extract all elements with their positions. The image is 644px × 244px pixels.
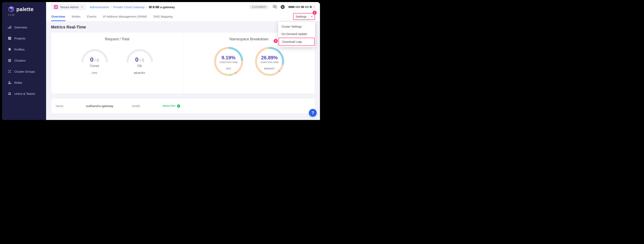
svg-rect-8 (8, 59, 11, 60)
svg-point-18 (8, 92, 10, 94)
svg-point-15 (8, 81, 10, 82)
sidebar-item-profiles[interactable]: Profiles (2, 44, 46, 55)
sidebar-item-clusters[interactable]: Clusters (2, 55, 46, 66)
menu-item-download-logs[interactable]: 2 Download Logs (278, 38, 315, 46)
tab-ipam[interactable]: IP Address Management (IPAM) (102, 12, 147, 21)
donut-mem-sub: Used from total (260, 61, 278, 64)
tab-dns[interactable]: DNS Mapping (153, 12, 173, 21)
svg-rect-21 (56, 6, 56, 8)
breadcrumb-pcg[interactable]: Private Cloud Gateway (113, 5, 144, 9)
user-menu[interactable] (288, 6, 315, 8)
health-check-icon: ✓ (177, 104, 180, 108)
annotation-1: 1 (312, 11, 317, 15)
menu-item-on-demand-update[interactable]: On-Demand Update (278, 30, 315, 38)
chevron-down-icon (312, 6, 315, 8)
details-card: Name sudhanshu-gateway Health HEALTHY ✓ (51, 98, 315, 114)
namespace-breakdown-title: Namespace Breakdown (230, 37, 268, 41)
svg-point-19 (10, 92, 11, 94)
sidebar-item-label: Profiles (14, 48, 24, 51)
gauge-cpu-value: 0 (90, 56, 94, 63)
gauge-mem-total: / 0 (140, 58, 144, 62)
breadcrumb-administration[interactable]: Administration (90, 5, 109, 9)
sidebar-item-label: Users & Teams (14, 92, 35, 95)
overview-icon (8, 25, 12, 29)
donut-cpu: 9.19% Used from total CPU (212, 45, 245, 78)
tab-nodes[interactable]: Nodes (71, 12, 81, 21)
svg-rect-4 (9, 38, 10, 38)
sidebar-item-overview[interactable]: Overview (2, 22, 46, 33)
annotation-2: 2 (274, 39, 278, 43)
settings-dropdown-button[interactable]: Settings (293, 13, 315, 20)
metrics-request-total: Request / Total 0 / 0 Cores CPU (51, 32, 183, 94)
brand-logo: palette (2, 6, 46, 13)
clusters-icon (8, 58, 12, 62)
svg-rect-9 (8, 60, 11, 61)
detail-health-val: HEALTHY ✓ (163, 104, 180, 108)
gauge-cpu-total: / 0 (94, 58, 99, 62)
topbar: Tenant Admin Administration / Private Cl… (46, 2, 320, 12)
usage-pill[interactable]: 0.12/100kCh (249, 5, 269, 9)
roles-icon (8, 81, 12, 84)
svg-point-6 (8, 49, 11, 50)
tab-events[interactable]: Events (87, 12, 97, 21)
gauge-cpu-unit: Cores (90, 64, 99, 68)
cluster-groups-icon (8, 70, 12, 73)
tabbar: Overview Nodes Events IP Address Managem… (46, 12, 320, 21)
sidebar-item-label: Roles (14, 81, 22, 84)
svg-rect-17 (10, 83, 11, 83)
app-version: 3.4.96 (2, 13, 46, 16)
tenant-dropdown[interactable]: Tenant Admin (51, 4, 86, 10)
settings-menu: Cluster Settings On-Demand Update 2 Down… (278, 22, 315, 47)
svg-rect-10 (8, 61, 11, 62)
sidebar-item-label: Cluster Groups (14, 70, 35, 73)
svg-rect-20 (55, 7, 55, 8)
breadcrumbs: Administration / Private Cloud Gateway /… (90, 5, 175, 9)
donut-mem-label: MEMORY (264, 67, 275, 70)
request-total-title: Request / Total (105, 37, 130, 41)
breadcrumb-current: u-gateway (149, 5, 175, 9)
sidebar-item-label: Clusters (14, 59, 26, 62)
menu-item-cluster-settings[interactable]: Cluster Settings (278, 23, 315, 30)
chat-icon[interactable] (272, 5, 277, 9)
svg-rect-1 (9, 27, 10, 29)
gauge-mem-value: 0 (135, 56, 139, 63)
svg-point-5 (8, 48, 11, 49)
redacted-text (152, 6, 155, 8)
tab-overview[interactable]: Overview (51, 12, 66, 21)
sidebar-item-label: Projects (14, 37, 26, 40)
settings-label: Settings (294, 13, 309, 19)
svg-rect-22 (56, 6, 57, 8)
svg-rect-2 (10, 26, 11, 29)
help-button[interactable]: ? (309, 109, 317, 117)
sidebar-item-cluster-groups[interactable]: Cluster Groups (2, 66, 46, 77)
donut-cpu-label: CPU (226, 67, 231, 70)
brand-name: palette (16, 6, 34, 12)
tenant-label: Tenant Admin (60, 5, 79, 9)
projects-icon (8, 36, 12, 40)
metrics-section-title: Metrics Real-Time (51, 25, 315, 29)
tenant-icon (54, 5, 58, 9)
redacted-text (156, 6, 159, 8)
gauge-memory: 0 / 0 Gb MEMORY (123, 45, 156, 74)
svg-rect-0 (8, 27, 8, 29)
star-badge-icon[interactable]: ★ (280, 5, 285, 9)
donut-memory: 26.89% Used from total MEMORY (253, 45, 286, 78)
donut-mem-pct: 26.89% (260, 55, 278, 61)
sidebar-item-projects[interactable]: Projects (2, 33, 46, 44)
users-teams-icon (8, 92, 12, 95)
sidebar-item-users-teams[interactable]: Users & Teams (2, 88, 46, 99)
chevron-down-icon (81, 6, 83, 8)
main-content: Tenant Admin Administration / Private Cl… (46, 2, 320, 120)
sidebar-item-roles[interactable]: Roles (2, 77, 46, 88)
gauge-cpu: 0 / 0 Cores CPU (78, 45, 111, 74)
redacted-text (149, 6, 152, 8)
detail-name-key: Name (56, 104, 63, 108)
svg-point-7 (8, 50, 11, 50)
detail-health-key: Health (132, 104, 140, 108)
gauge-mem-label: MEMORY (134, 72, 146, 74)
palette-logo-icon (8, 6, 15, 13)
profiles-icon (8, 47, 12, 51)
gauge-cpu-label: CPU (92, 72, 97, 74)
detail-name-val: sudhanshu-gateway (86, 104, 113, 108)
sidebar-item-label: Overview (14, 25, 27, 29)
